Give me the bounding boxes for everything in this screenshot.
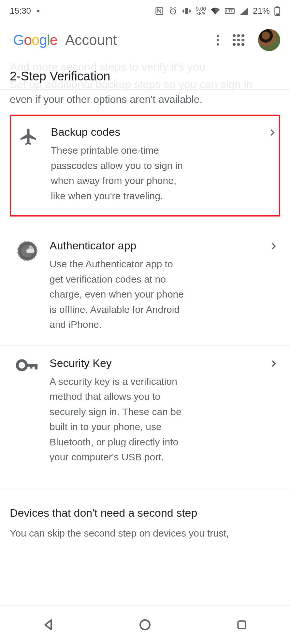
section-body: You can skip the second step on devices … (10, 526, 280, 541)
svg-point-10 (17, 360, 26, 370)
alarm-icon (168, 7, 178, 16)
options-list: Backup codes These printable one-time pa… (0, 115, 290, 488)
option-title: Security Key (50, 357, 184, 370)
section-heading: Devices that don't need a second step (10, 507, 280, 519)
page-subheader: Add more second steps to verify it's you… (0, 61, 290, 90)
option-desc: A security key is a verification method … (50, 374, 184, 465)
avatar[interactable] (258, 29, 280, 51)
devices-trust-section: Devices that don't need a second step Yo… (0, 488, 290, 541)
wifi-icon (210, 7, 220, 15)
notification-dot-icon (37, 10, 39, 12)
status-time: 15:30 (10, 6, 31, 16)
vibrate-icon (182, 7, 191, 16)
data-rate-indicator: 9.00 KB/S (196, 7, 206, 16)
account-word: Account (65, 32, 117, 48)
system-nav-bar (0, 605, 290, 644)
option-desc: Use the Authenticator app to get verific… (50, 257, 184, 332)
battery-percent: 21% (253, 6, 270, 16)
apps-grid-button[interactable] (231, 33, 246, 47)
option-desc: These printable one-time passcodes allow… (51, 143, 185, 203)
option-security-key[interactable]: Security Key A security key is a verific… (0, 346, 290, 478)
svg-rect-15 (238, 621, 245, 628)
authenticator-icon (14, 239, 40, 332)
chevron-right-icon (268, 239, 278, 332)
chevron-right-icon (267, 126, 277, 203)
nav-home-button[interactable] (136, 616, 154, 634)
svg-point-14 (140, 620, 150, 629)
airplane-icon (16, 126, 42, 203)
option-backup-codes[interactable]: Backup codes These printable one-time pa… (10, 115, 280, 217)
status-bar: 15:30 9.00 KB/S LTE 21% (0, 0, 290, 19)
chevron-right-icon (268, 357, 278, 465)
signal-icon (239, 7, 248, 15)
key-icon (14, 357, 40, 465)
option-authenticator-app[interactable]: Authenticator app Use the Authenticator … (0, 228, 290, 346)
nfc-icon (155, 7, 164, 16)
option-title: Backup codes (51, 126, 185, 138)
svg-rect-12 (35, 364, 37, 369)
volte-icon: LTE (225, 8, 235, 14)
more-menu-button[interactable] (210, 33, 225, 47)
nav-back-button[interactable] (39, 616, 57, 634)
google-logo: Google (13, 32, 57, 48)
svg-rect-4 (277, 6, 278, 7)
option-title: Authenticator app (50, 239, 184, 252)
data-rate-unit: KB/S (196, 12, 205, 16)
svg-rect-5 (276, 13, 279, 15)
battery-icon (274, 6, 280, 16)
svg-rect-13 (30, 364, 33, 368)
ghost-remainder: even if your other options aren't availa… (0, 90, 290, 115)
svg-rect-2 (185, 8, 188, 14)
page-title: 2-Step Verification (10, 69, 280, 83)
app-header: Google Account (0, 19, 290, 61)
data-rate-value: 9.00 (196, 7, 206, 12)
nav-recent-button[interactable] (233, 616, 251, 634)
svg-rect-9 (26, 249, 34, 253)
